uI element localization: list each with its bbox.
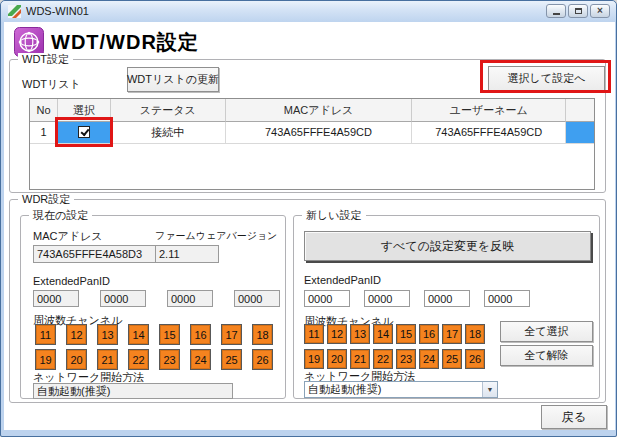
minimize-button[interactable]	[546, 4, 566, 18]
wdr-group-label: WDR設定	[18, 193, 74, 206]
wdt-settings-group: WDT設定 WDTリスト WDTリストの更新 選択して設定へ No 選択 ステー…	[9, 59, 606, 193]
current-network-field: 自動起動(推奨)	[33, 383, 233, 399]
titlebar: WDS-WIN01 ×	[1, 1, 616, 22]
window-title: WDS-WIN01	[26, 5, 89, 17]
firmware-version-field: 2.11	[155, 245, 219, 263]
channel-button: 12	[66, 324, 87, 345]
header-select[interactable]: 選択	[58, 99, 111, 122]
select-all-button[interactable]: 全て選択	[500, 321, 593, 342]
row-status-cell: 接続中	[111, 122, 226, 144]
deselect-all-button[interactable]: 全て解除	[500, 345, 593, 366]
select-and-configure-button[interactable]: 選択して設定へ	[488, 66, 605, 91]
extpanid-input[interactable]: 0000	[424, 290, 470, 307]
channel-toggle-button[interactable]: 13	[350, 324, 370, 344]
firmware-version-label: ファームウェアバージョン	[155, 229, 277, 243]
channel-button: 26	[252, 349, 273, 370]
channel-toggle-button[interactable]: 21	[350, 349, 370, 369]
channel-button: 16	[190, 324, 211, 345]
client-area: WDT/WDR設定 WDT設定 WDTリスト WDTリストの更新 選択して設定へ…	[4, 22, 615, 430]
channel-button: 14	[128, 324, 149, 345]
current-mac-label: MACアドレス	[33, 229, 102, 244]
table-row: 1 接続中 743A65FFFE4A59CD 743A65FFFE4A59CD	[30, 122, 594, 144]
header-mac-address[interactable]: MACアドレス	[226, 99, 413, 122]
channel-toggle-button[interactable]: 26	[465, 349, 485, 369]
wdr-settings-group: WDR設定 現在の設定 MACアドレス 743A65FFFE4A58D3 ファー…	[9, 199, 606, 403]
maximize-icon	[575, 8, 582, 14]
channel-toggle-button[interactable]: 18	[465, 324, 485, 344]
channel-button: 21	[97, 349, 118, 370]
row-mac-cell: 743A65FFFE4A59CD	[226, 122, 413, 144]
extpanid-input[interactable]: 0000	[484, 290, 530, 307]
app-window: WDS-WIN01 × WDT/WDR設定 WDT設定 WDT	[0, 0, 617, 437]
header-no[interactable]: No	[30, 99, 58, 122]
channel-button: 24	[190, 349, 211, 370]
wdt-list-label: WDTリスト	[22, 77, 81, 92]
new-settings-group: 新しい設定 すべての設定変更を反映 ExtendedPanID 00000000…	[293, 215, 600, 399]
extpanid-field: 0000	[234, 290, 280, 307]
row-username-cell: 743A65FFFE4A59CD	[412, 122, 566, 144]
header-username[interactable]: ユーザーネーム	[412, 99, 566, 122]
channel-toggle-button[interactable]: 20	[327, 349, 347, 369]
channel-button: 19	[35, 349, 56, 370]
channel-toggle-button[interactable]: 22	[373, 349, 393, 369]
extpanid-field: 0000	[167, 290, 213, 307]
channel-button: 20	[66, 349, 87, 370]
row-spacer-cell	[566, 122, 594, 144]
page-title: WDT/WDR設定	[51, 29, 199, 56]
new-extpanid-fields: 0000000000000000	[304, 290, 530, 307]
channel-toggle-button[interactable]: 11	[304, 324, 324, 344]
extpanid-field: 0000	[100, 290, 146, 307]
refresh-wdt-list-button[interactable]: WDTリストの更新	[127, 67, 219, 92]
current-extpanid-label: ExtendedPanID	[33, 275, 110, 287]
new-extpanid-label: ExtendedPanID	[304, 274, 381, 286]
new-settings-label: 新しい設定	[302, 209, 366, 222]
channel-button: 13	[97, 324, 118, 345]
window-controls: ×	[546, 4, 610, 18]
maximize-button[interactable]	[568, 4, 588, 18]
channel-button: 15	[159, 324, 180, 345]
wdt-group-label: WDT設定	[18, 53, 73, 66]
current-settings-group: 現在の設定 MACアドレス 743A65FFFE4A58D3 ファームウェアバー…	[20, 215, 286, 399]
current-settings-label: 現在の設定	[29, 209, 92, 222]
channel-button: 22	[128, 349, 149, 370]
channel-button: 18	[252, 324, 273, 345]
channel-toggle-button[interactable]: 24	[419, 349, 439, 369]
close-button[interactable]: ×	[590, 4, 610, 18]
header-spacer	[566, 99, 594, 122]
network-start-dropdown[interactable]: 自動起動(推奨) ▼	[304, 381, 498, 398]
close-icon: ×	[597, 6, 603, 16]
apply-all-changes-button[interactable]: すべての設定変更を反映	[304, 231, 591, 261]
channel-toggle-button[interactable]: 25	[442, 349, 462, 369]
current-channel-grid: 11121314151617181920212223242526	[35, 324, 277, 370]
channel-button: 25	[221, 349, 242, 370]
channel-toggle-button[interactable]: 12	[327, 324, 347, 344]
channel-button: 17	[221, 324, 242, 345]
chevron-down-icon[interactable]: ▼	[482, 382, 497, 397]
channel-toggle-button[interactable]: 17	[442, 324, 462, 344]
extpanid-field: 0000	[33, 290, 79, 307]
extpanid-input[interactable]: 0000	[364, 290, 410, 307]
channel-button: 11	[35, 324, 56, 345]
channel-toggle-button[interactable]: 19	[304, 349, 324, 369]
network-start-value: 自動起動(推奨)	[308, 383, 381, 395]
channel-button: 23	[159, 349, 180, 370]
row-select-checkbox[interactable]	[78, 126, 90, 138]
app-icon	[8, 5, 21, 18]
minimize-icon	[553, 13, 560, 15]
back-button[interactable]: 戻る	[541, 405, 607, 429]
extpanid-input[interactable]: 0000	[304, 290, 350, 307]
row-select-cell[interactable]	[58, 122, 111, 144]
row-number-cell: 1	[30, 122, 58, 144]
channel-toggle-button[interactable]: 23	[396, 349, 416, 369]
current-extpanid-fields: 0000000000000000	[33, 290, 280, 307]
channel-toggle-button[interactable]: 14	[373, 324, 393, 344]
current-mac-field: 743A65FFFE4A58D3	[33, 245, 157, 263]
channel-toggle-button[interactable]: 16	[419, 324, 439, 344]
wdt-list-table: No 選択 ステータス MACアドレス ユーザーネーム 1 接続中 743A65…	[29, 98, 595, 190]
new-channel-grid: 11121314151617181920212223242526	[304, 324, 488, 369]
channel-toggle-button[interactable]: 15	[396, 324, 416, 344]
header-status[interactable]: ステータス	[111, 99, 226, 122]
table-header-row: No 選択 ステータス MACアドレス ユーザーネーム	[30, 99, 594, 122]
